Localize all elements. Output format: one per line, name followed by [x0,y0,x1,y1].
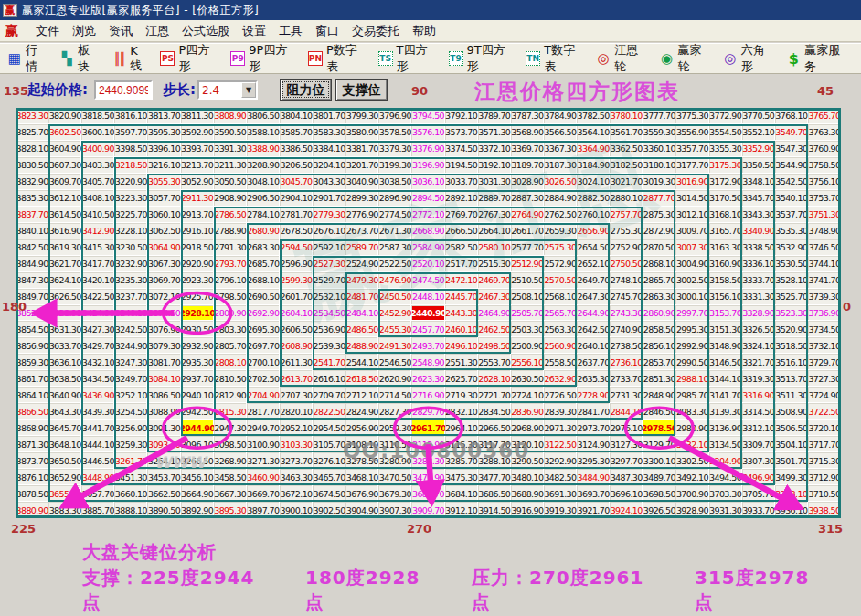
grid-cell: 3926.50 [643,502,675,518]
grid-cell: 2858.50 [643,321,675,337]
toolbar-item-六角形[interactable]: ◎六角形 [723,42,774,75]
grid-cell: 3686.50 [478,485,511,502]
grid-cell: 3868.90 [16,420,48,436]
grid-cell: 3638.50 [48,370,81,387]
grid-cell: 2556.10 [511,354,544,370]
combo-dropdown-arrow-icon[interactable]: ▼ [241,82,256,98]
grid-cell: 3676.90 [345,485,378,502]
grid-cell: 3693.70 [577,485,610,502]
grid-cell: 2642.50 [577,321,610,337]
toolbar-item-9T四方形[interactable]: T99T四方形 [449,42,515,75]
toolbar-item-P四方形[interactable]: PSP四方形 [160,42,218,75]
grid-cell: 3484.90 [577,469,610,485]
grid-cell: 3758.50 [808,157,841,174]
grid-cell: 3271.30 [247,452,280,469]
toolbar-item-T数字表[interactable]: TNT数字表 [526,42,584,75]
toolbar-item-赢家服务[interactable]: $赢家服务 [786,42,849,75]
grid-cell: 2716.90 [411,387,444,403]
start-price-input[interactable] [94,80,153,100]
window-title: 赢家江恩专业版[赢家服务平台] - [价格正方形] [22,3,259,18]
grid-cell: 3907.30 [378,502,411,518]
toolbar-item-板块[interactable]: ▚板块 [59,42,100,75]
menu-item-帮助[interactable]: 帮助 [406,21,442,41]
grid-cell: 3921.70 [577,502,610,518]
menu-item-江恩[interactable]: 江恩 [139,21,175,41]
toolbar-item-label: 六角形 [741,42,775,75]
grid-cell: 3528.10 [775,272,808,289]
grid-cell: 3532.90 [775,239,808,256]
toolbar-item-P数字表[interactable]: PNP数字表 [308,42,367,75]
angle-label-45: 45 [817,84,834,98]
grid-cell: 3895.30 [214,502,247,518]
grid-cell: 3660.10 [114,485,147,502]
grid-cell: 2935.30 [181,354,214,370]
grid-cell: 3268.90 [214,452,247,469]
grid-cell: 3888.10 [114,502,147,518]
grid-cell: 3050.50 [214,174,247,190]
grid-cell: 2848.90 [643,387,675,403]
grid-cell: 2719.30 [445,387,478,403]
grid-cell: 2745.70 [610,289,643,305]
grid-cell: 2968.90 [511,420,544,436]
toolbar-item-赢家轮[interactable]: ◉赢家轮 [660,42,711,75]
grid-cell: 3441.70 [81,420,114,436]
grid-cell: 2635.30 [577,370,610,387]
grid-cell: 2932.90 [181,337,214,354]
grid-cell: 3640.90 [48,387,81,403]
grid-cell: 3916.90 [511,502,544,518]
grid-cell: 2906.50 [247,190,280,207]
grid-cell: 3340.90 [742,223,775,239]
grid-cell: 2822.50 [313,403,345,420]
grid-cell: 2820.10 [280,403,313,420]
toolbar-item-label: K线 [130,44,148,74]
toolbar-item-江恩轮[interactable]: ◎江恩轮 [596,42,647,75]
grid-cell: 3004.90 [675,256,708,272]
menu-item-窗口[interactable]: 窗口 [309,21,345,41]
grid-cell: 2827.30 [378,403,411,420]
menu-item-设置[interactable]: 设置 [236,21,272,41]
grid-cell: 3549.70 [775,124,808,141]
menu-item-公式选股[interactable]: 公式选股 [175,21,236,41]
grid-cell: 2544.10 [345,354,378,370]
toolbar-item-K线[interactable]: ║║K线 [112,44,148,74]
grid-cell: 2606.50 [280,321,313,337]
grid-cell: 3276.10 [313,452,345,469]
grid-cell: 3729.70 [808,354,841,370]
toolbar-item-T四方形[interactable]: TST四方形 [378,42,437,75]
grid-cell: 3842.50 [16,239,48,256]
angle-label-0: 0 [843,300,851,313]
grid-cell: 3424.90 [81,305,114,322]
step-combo[interactable]: 2.4 ▼ [197,80,258,100]
grid-cell: 3799.30 [345,108,378,124]
grid-cell: 3316.90 [742,387,775,403]
grid-cell: 2815.30 [214,403,247,420]
grid-cell: 3422.50 [81,289,114,305]
support-button[interactable]: 支撑位 [335,79,388,101]
grid-cell: 3909.70 [411,502,444,518]
grid-cell: 3674.50 [313,485,345,502]
grid-cell: 3756.10 [808,174,841,190]
grid-cell: 2851.30 [643,370,675,387]
grid-cell: 3520.90 [775,321,808,337]
menu-item-交易委托[interactable]: 交易委托 [345,21,406,41]
grid-cell: 2498.50 [478,337,511,354]
menu-item-工具[interactable]: 工具 [272,21,309,41]
menu-item-资讯[interactable]: 资讯 [102,21,139,41]
toolbar-item-label: P数字表 [326,42,367,75]
grid-cell: 3583.30 [313,124,345,141]
menu-item-浏览[interactable]: 浏览 [66,21,102,41]
toolbar-item-9P四方形[interactable]: P99P四方形 [230,42,296,75]
blocks-icon: ▚ [59,51,74,66]
menu-item-文件[interactable]: 文件 [29,21,66,41]
grid-cell: 3890.50 [147,502,180,518]
grid-cell: 3876.10 [16,469,48,485]
grid-cell: 3542.50 [775,174,808,190]
grid-cell: 3427.30 [81,321,114,337]
grid-cell: 2841.70 [577,403,610,420]
grid-cell: 3619.30 [48,239,81,256]
toolbar-item-行情[interactable]: ▦行情 [7,42,48,75]
grid-cell: 3043.30 [313,174,345,190]
grid-cell: 3487.30 [610,469,643,485]
resistance-button[interactable]: 阻力位 [280,79,332,101]
grid-cell: 3936.10 [775,502,808,518]
